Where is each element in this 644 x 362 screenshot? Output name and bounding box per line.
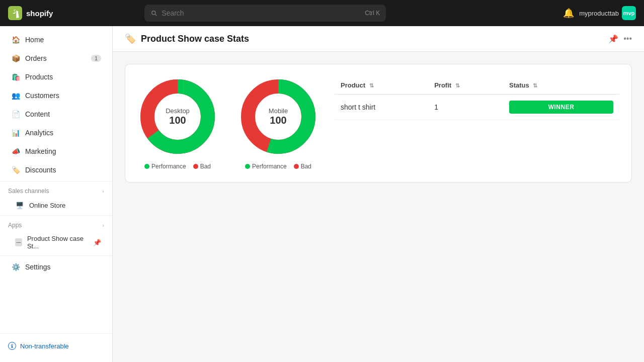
customers-icon: 👥 — [11, 91, 20, 100]
settings-icon: ⚙️ — [11, 262, 20, 272]
desktop-chart-container: Desktop 100 Performance — [137, 76, 218, 170]
sidebar-label-settings: Settings — [25, 263, 101, 271]
cell-profit: 1 — [428, 95, 503, 120]
search-icon — [150, 10, 157, 17]
mobile-donut: Mobile 100 — [238, 76, 318, 157]
mobile-legend-bad: Bad — [294, 163, 311, 170]
performance-label: Performance — [151, 163, 186, 170]
pin-action-icon[interactable]: 📌 — [608, 34, 618, 44]
sidebar-item-online-store[interactable]: 🖥️ Online Store — [3, 197, 109, 213]
orders-badge: 1 — [91, 55, 101, 62]
page-title: Product Show case Stats — [141, 34, 249, 44]
content-area: Desktop 100 Performance — [113, 52, 644, 362]
content-icon: 📄 — [11, 110, 20, 119]
sidebar-item-home[interactable]: 🏠 Home — [3, 31, 109, 49]
shopify-logo-text: shopify — [26, 9, 53, 18]
sort-product-icon: ⇅ — [369, 82, 374, 88]
content-card: Desktop 100 Performance — [125, 64, 632, 183]
app-showcase-label: Product Show case St... — [27, 235, 88, 250]
user-avatar: mvp — [622, 6, 636, 20]
page-title-area: 🏷️ Product Show case Stats — [125, 33, 249, 44]
sales-channels-chevron: › — [102, 188, 104, 194]
products-icon: 🛍️ — [11, 72, 20, 81]
sidebar-label-content: Content — [25, 110, 101, 118]
bad-dot — [193, 164, 198, 169]
sidebar: 🏠 Home 📦 Orders 1 🛍️ Products 👥 Customer… — [0, 26, 113, 362]
search-shortcut: Ctrl K — [365, 10, 380, 17]
sidebar-label-analytics: Analytics — [25, 129, 101, 137]
more-actions-icon[interactable]: ••• — [623, 34, 632, 43]
discounts-icon: 🏷️ — [11, 165, 20, 174]
layout: 🏠 Home 📦 Orders 1 🛍️ Products 👥 Customer… — [0, 26, 644, 362]
cell-product: short t shirt — [335, 95, 428, 120]
col-status[interactable]: Status ⇅ — [503, 76, 619, 95]
sidebar-label-products: Products — [25, 73, 101, 81]
desktop-legend: Performance Bad — [144, 163, 211, 170]
online-store-label: Online Store — [29, 202, 65, 209]
desktop-donut-label: Desktop 100 — [166, 107, 190, 126]
desktop-donut: Desktop 100 — [137, 76, 218, 157]
home-icon: 🏠 — [11, 35, 20, 44]
sidebar-bottom: ℹ Non-transferable — [0, 333, 112, 362]
pin-icon[interactable]: 📌 — [93, 239, 101, 246]
sidebar-label-home: Home — [25, 36, 101, 44]
mobile-legend-performance: Performance — [245, 163, 287, 170]
sidebar-item-settings[interactable]: ⚙️ Settings — [3, 258, 109, 276]
col-profit[interactable]: Profit ⇅ — [428, 76, 503, 95]
sales-channels-header[interactable]: Sales channels › — [0, 184, 112, 197]
non-transferable-label: Non-transferable — [20, 342, 69, 350]
mobile-bad-dot — [294, 164, 299, 169]
apps-header[interactable]: Apps › — [0, 218, 112, 231]
non-transferable[interactable]: ℹ Non-transferable — [0, 338, 112, 354]
mobile-donut-value: 100 — [269, 115, 288, 126]
notification-icon[interactable]: 🔔 — [563, 8, 574, 19]
table-area: Product ⇅ Profit ⇅ Status ⇅ — [335, 76, 619, 170]
marketing-icon: 📣 — [11, 147, 20, 156]
performance-dot — [144, 164, 149, 169]
data-table: Product ⇅ Profit ⇅ Status ⇅ — [335, 76, 619, 120]
desktop-legend-performance: Performance — [144, 163, 186, 170]
apps-chevron: › — [102, 222, 104, 228]
page-header-actions: 📌 ••• — [608, 34, 632, 44]
mobile-bad-label: Bad — [301, 163, 311, 170]
divider-1 — [0, 181, 112, 182]
divider-3 — [0, 255, 112, 256]
topbar-right: 🔔 myproducttab mvp — [563, 6, 636, 20]
sidebar-item-analytics[interactable]: 📊 Analytics — [3, 124, 109, 142]
sort-profit-icon: ⇅ — [455, 82, 460, 88]
table-row: short t shirt 1 WINNER — [335, 95, 619, 120]
bad-label: Bad — [200, 163, 211, 170]
sidebar-item-products[interactable]: 🛍️ Products — [3, 68, 109, 86]
analytics-icon: 📊 — [11, 128, 20, 137]
sidebar-item-content[interactable]: 📄 Content — [3, 105, 109, 123]
desktop-legend-bad: Bad — [193, 163, 211, 170]
sidebar-item-customers[interactable]: 👥 Customers — [3, 86, 109, 105]
charts-row: Desktop 100 Performance — [137, 76, 318, 170]
desktop-donut-title: Desktop — [166, 107, 190, 115]
sidebar-label-customers: Customers — [25, 92, 101, 100]
mobile-legend: Performance Bad — [245, 163, 311, 170]
sidebar-item-marketing[interactable]: 📣 Marketing — [3, 142, 109, 160]
search-bar[interactable]: Ctrl K — [144, 5, 386, 22]
shopify-logo: shopify — [8, 6, 53, 20]
orders-icon: 📦 — [11, 54, 20, 63]
divider-2 — [0, 215, 112, 216]
app-showcase-icon: — — [15, 238, 22, 246]
non-transferable-icon: ℹ — [8, 342, 16, 350]
sidebar-item-discounts[interactable]: 🏷️ Discounts — [3, 161, 109, 179]
cell-status: WINNER — [503, 95, 619, 120]
user-name: myproducttab — [579, 10, 619, 17]
charts-area: Desktop 100 Performance — [137, 76, 318, 170]
sidebar-label-orders: Orders — [25, 54, 86, 62]
sidebar-item-app-showcase[interactable]: — Product Show case St... 📌 — [3, 231, 109, 253]
mobile-donut-label: Mobile 100 — [269, 107, 288, 126]
topbar: shopify Ctrl K 🔔 myproducttab mvp — [0, 0, 644, 26]
desktop-donut-value: 100 — [166, 115, 190, 126]
search-input[interactable] — [162, 9, 361, 17]
sidebar-label-marketing: Marketing — [25, 147, 101, 155]
page-header: 🏷️ Product Show case Stats 📌 ••• — [113, 26, 644, 52]
sidebar-item-orders[interactable]: 📦 Orders 1 — [3, 49, 109, 67]
sort-status-icon: ⇅ — [533, 82, 537, 88]
user-account[interactable]: myproducttab mvp — [579, 6, 636, 20]
col-product[interactable]: Product ⇅ — [335, 76, 428, 95]
